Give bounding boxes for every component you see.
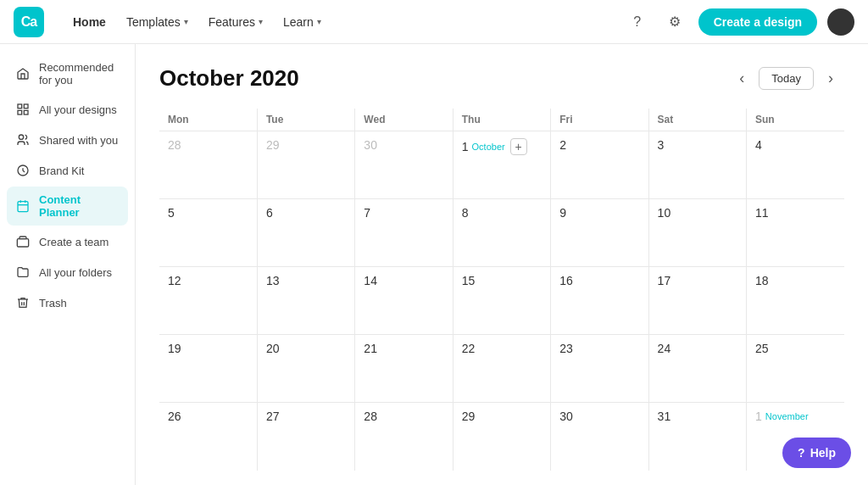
- calendar-day[interactable]: 31: [648, 403, 746, 471]
- day-number: 29: [462, 410, 476, 423]
- calendar-day[interactable]: 18: [747, 267, 844, 335]
- day-number: 19: [168, 342, 181, 355]
- day-number: 15: [462, 274, 476, 287]
- calendar-day[interactable]: 8: [453, 199, 550, 267]
- calendar-day[interactable]: 10: [648, 199, 746, 267]
- calendar-day[interactable]: 29: [453, 403, 550, 471]
- team-icon: [15, 234, 31, 249]
- brand-icon: [15, 163, 31, 178]
- sidebar-item-shared[interactable]: Shared with you: [7, 125, 128, 154]
- calendar-day[interactable]: 7: [355, 199, 453, 267]
- month-label: October: [472, 142, 505, 152]
- calendar-day[interactable]: 4: [747, 131, 844, 199]
- calendar-day[interactable]: 30: [355, 131, 453, 199]
- grid-icon: [15, 102, 31, 117]
- prev-month-button[interactable]: ‹: [728, 64, 755, 92]
- day-number: 22: [462, 342, 476, 355]
- calendar-day[interactable]: 15: [453, 267, 550, 335]
- home-icon: [15, 66, 31, 81]
- sidebar-label-create-team: Create a team: [39, 236, 108, 248]
- calendar-day[interactable]: 11: [747, 199, 844, 267]
- calendar-day[interactable]: 14: [355, 267, 453, 335]
- main-content: October 2020 ‹ Today › Mon Tue Wed Thu F…: [136, 44, 868, 485]
- svg-point-4: [19, 135, 23, 139]
- calendar-day[interactable]: 27: [257, 403, 354, 471]
- day-number: 7: [364, 206, 370, 220]
- col-mon: Mon: [159, 109, 257, 131]
- col-wed: Wed: [355, 109, 453, 131]
- sidebar-item-all-folders[interactable]: All your folders: [7, 258, 128, 287]
- day-number: 24: [658, 342, 671, 355]
- sidebar-item-trash[interactable]: Trash: [7, 288, 128, 317]
- day-number: 28: [364, 410, 377, 423]
- day-number: 25: [755, 342, 769, 355]
- day-number: 20: [266, 342, 280, 355]
- nav-learn[interactable]: Learn ▾: [275, 10, 330, 34]
- sidebar-label-all-folders: All your folders: [39, 266, 112, 279]
- sidebar-item-all-designs[interactable]: All your designs: [7, 95, 128, 124]
- day-number: 4: [755, 138, 762, 152]
- settings-icon[interactable]: ⚙: [661, 8, 688, 36]
- svg-rect-6: [18, 202, 28, 212]
- sidebar-item-recommended[interactable]: Recommended for you: [7, 54, 128, 93]
- calendar-grid: Mon Tue Wed Thu Fri Sat Sun 2829301Octob…: [159, 109, 844, 471]
- calendar-day[interactable]: 16: [551, 267, 648, 335]
- calendar-day[interactable]: 22: [453, 335, 550, 403]
- calendar-day[interactable]: 30: [551, 403, 648, 471]
- calendar-day[interactable]: 20: [257, 335, 354, 403]
- today-button[interactable]: Today: [759, 67, 814, 90]
- calendar-day[interactable]: 26: [159, 403, 257, 471]
- avatar[interactable]: [827, 8, 854, 36]
- col-sat: Sat: [648, 109, 746, 131]
- calendar-day[interactable]: 21: [355, 335, 453, 403]
- next-month-button[interactable]: ›: [817, 64, 844, 92]
- sidebar-item-create-team[interactable]: Create a team: [7, 227, 128, 256]
- day-number: 2: [559, 138, 566, 152]
- calendar-day[interactable]: 5: [159, 199, 257, 267]
- sidebar-label-content-planner: Content Planner: [39, 193, 120, 219]
- col-tue: Tue: [257, 109, 354, 131]
- calendar-day[interactable]: 13: [257, 267, 354, 335]
- day-number: 30: [559, 410, 573, 423]
- calendar-day[interactable]: 2: [551, 131, 648, 199]
- calendar-day[interactable]: 9: [551, 199, 648, 267]
- svg-rect-10: [17, 239, 28, 247]
- nav-templates[interactable]: Templates ▾: [118, 10, 197, 34]
- nav-links: Home Templates ▾ Features ▾ Learn ▾: [64, 10, 330, 34]
- folder-icon: [15, 265, 31, 280]
- day-number: 18: [755, 274, 769, 287]
- calendar-day[interactable]: 28: [159, 131, 257, 199]
- add-event-button[interactable]: +: [510, 138, 527, 155]
- calendar-day[interactable]: 19: [159, 335, 257, 403]
- sidebar: Recommended for you All your designs Sha…: [0, 44, 136, 485]
- calendar-day[interactable]: 25: [747, 335, 844, 403]
- help-icon[interactable]: ?: [624, 8, 651, 36]
- logo[interactable]: Ca: [14, 7, 44, 37]
- help-button[interactable]: ? Help: [782, 438, 851, 468]
- calendar-day[interactable]: 29: [257, 131, 354, 199]
- day-number: 13: [266, 274, 280, 287]
- calendar-day[interactable]: 12: [159, 267, 257, 335]
- calendar-day[interactable]: 24: [648, 335, 746, 403]
- day-number: 9: [559, 206, 566, 220]
- calendar-day[interactable]: 1October+: [453, 131, 550, 199]
- calendar-day[interactable]: 6: [257, 199, 354, 267]
- calendar-day[interactable]: 23: [551, 335, 648, 403]
- day-number: 31: [658, 410, 671, 423]
- create-design-button[interactable]: Create a design: [698, 8, 817, 36]
- day-number: 11: [755, 206, 769, 220]
- nav-home[interactable]: Home: [64, 10, 114, 34]
- day-number: 29: [266, 138, 280, 152]
- calendar-day[interactable]: 28: [355, 403, 453, 471]
- day-number: 23: [559, 342, 573, 355]
- sidebar-item-content-planner[interactable]: Content Planner: [7, 187, 128, 226]
- sidebar-label-shared: Shared with you: [39, 134, 118, 147]
- calendar-day[interactable]: 3: [648, 131, 746, 199]
- sidebar-item-brand-kit[interactable]: Brand Kit: [7, 156, 128, 185]
- day-number: 28: [168, 138, 181, 152]
- day-number: 21: [364, 342, 377, 355]
- calendar-day[interactable]: 17: [648, 267, 746, 335]
- nav-features[interactable]: Features ▾: [200, 10, 271, 34]
- trash-icon: [15, 295, 31, 310]
- month-label: November: [765, 411, 809, 421]
